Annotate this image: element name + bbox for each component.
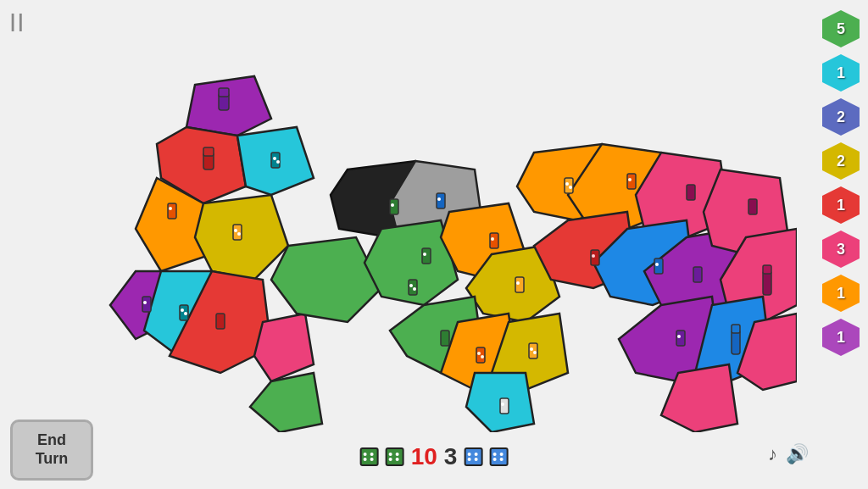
svg-point-48 — [184, 312, 187, 315]
svg-point-62 — [516, 281, 520, 285]
status-bar: 10 3 — [360, 443, 509, 470]
svg-rect-64 — [476, 347, 485, 363]
pause-icon: || — [10, 10, 25, 31]
svg-rect-88 — [732, 331, 740, 354]
sidebar-item-1[interactable]: 1 — [821, 53, 861, 93]
pause-button[interactable]: || — [10, 10, 25, 32]
svg-rect-56 — [409, 280, 417, 295]
svg-point-65 — [477, 352, 481, 355]
svg-rect-85 — [763, 265, 771, 274]
green-dice-1 — [360, 447, 379, 466]
svg-rect-54 — [437, 193, 445, 208]
svg-point-76 — [628, 178, 632, 181]
svg-point-79 — [592, 254, 595, 258]
svg-point-55 — [437, 197, 441, 201]
svg-point-68 — [530, 347, 533, 351]
svg-rect-72 — [565, 178, 573, 193]
sidebar-item-7[interactable]: 1 — [821, 317, 861, 358]
blue-dice-2 — [489, 447, 508, 466]
sidebar-item-2[interactable]: 2 — [821, 97, 861, 137]
svg-rect-75 — [627, 174, 636, 189]
svg-point-66 — [481, 355, 484, 358]
svg-rect-50 — [422, 248, 431, 264]
svg-rect-63 — [441, 331, 449, 346]
svg-rect-49 — [216, 314, 225, 329]
sidebar-item-3[interactable]: 2 — [821, 141, 861, 181]
svg-rect-35 — [203, 147, 214, 156]
svg-point-47 — [181, 308, 184, 312]
svg-point-53 — [391, 203, 394, 207]
end-turn-label: EndTurn — [36, 431, 69, 468]
svg-rect-59 — [490, 233, 498, 248]
game-board — [85, 68, 797, 432]
svg-rect-33 — [219, 88, 229, 97]
svg-point-37 — [273, 157, 276, 160]
svg-rect-70 — [500, 398, 509, 414]
svg-point-73 — [565, 182, 569, 186]
svg-point-45 — [143, 301, 147, 304]
svg-point-87 — [677, 335, 681, 338]
svg-rect-41 — [233, 225, 242, 240]
svg-rect-80 — [654, 258, 663, 274]
score-black: 3 — [444, 443, 458, 470]
svg-rect-84 — [763, 271, 771, 295]
svg-point-69 — [533, 351, 537, 354]
svg-point-42 — [234, 229, 237, 232]
green-dice-2 — [386, 447, 404, 466]
svg-point-81 — [655, 263, 659, 266]
sound-controls: ♪ 🔊 — [768, 443, 809, 465]
svg-rect-52 — [390, 199, 398, 214]
svg-point-74 — [569, 186, 572, 189]
svg-rect-89 — [732, 325, 740, 333]
svg-rect-44 — [142, 297, 151, 312]
sidebar: 5 1 2 2 1 3 1 1 — [821, 8, 861, 358]
blue-dice-1 — [464, 447, 482, 466]
svg-point-57 — [409, 284, 413, 287]
music-button[interactable]: ♪ — [768, 443, 777, 465]
svg-rect-86 — [676, 331, 685, 346]
svg-point-43 — [237, 232, 241, 236]
svg-point-58 — [413, 287, 416, 291]
sidebar-item-5[interactable]: 3 — [821, 229, 861, 270]
svg-rect-67 — [529, 343, 537, 358]
svg-rect-83 — [748, 199, 757, 214]
svg-rect-39 — [168, 203, 176, 219]
sidebar-item-6[interactable]: 1 — [821, 273, 861, 314]
score-red: 10 — [411, 443, 437, 470]
svg-point-51 — [423, 253, 426, 256]
board-svg — [85, 68, 797, 432]
svg-marker-10 — [271, 237, 381, 322]
svg-marker-9 — [250, 373, 322, 432]
sidebar-item-4[interactable]: 1 — [821, 185, 861, 225]
svg-point-40 — [169, 207, 172, 210]
sidebar-item-0[interactable]: 5 — [821, 8, 861, 49]
svg-point-38 — [276, 160, 280, 164]
volume-button[interactable]: 🔊 — [786, 443, 809, 465]
svg-rect-61 — [515, 277, 524, 292]
svg-point-71 — [501, 403, 504, 406]
svg-rect-77 — [687, 185, 695, 200]
svg-point-60 — [491, 237, 494, 241]
svg-rect-36 — [271, 153, 280, 168]
svg-rect-82 — [693, 267, 702, 282]
svg-rect-78 — [591, 250, 599, 265]
end-turn-button[interactable]: EndTurn — [10, 420, 93, 481]
svg-marker-8 — [254, 314, 314, 381]
